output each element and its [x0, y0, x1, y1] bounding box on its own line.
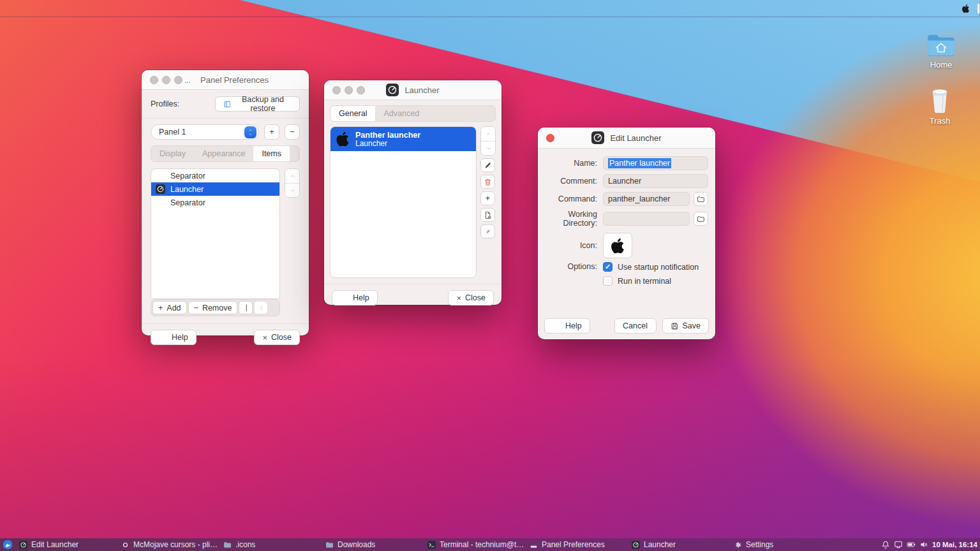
checkbox-unchecked[interactable]: [603, 276, 612, 286]
clock[interactable]: 10 Mai, 16:14: [932, 541, 977, 548]
taskbar-item-edit-launcher[interactable]: Edit Launcher: [17, 538, 119, 551]
help-button[interactable]: Help: [332, 290, 378, 305]
list-item-panther-launcher[interactable]: Panther launcher Launcher: [330, 127, 476, 151]
checkbox-checked[interactable]: ✓: [603, 262, 612, 272]
panel-items-list[interactable]: Separator Launcher Separator: [151, 168, 280, 299]
new-item-button[interactable]: [239, 301, 253, 314]
close-window-button[interactable]: [332, 86, 341, 94]
apple-icon: [611, 237, 625, 254]
taskbar-item-panel-preferences[interactable]: Panel Preferences: [527, 538, 629, 551]
remove-panel-button[interactable]: −: [285, 124, 300, 140]
edit-entry-button[interactable]: [480, 158, 495, 172]
page-gear-icon: [244, 304, 247, 312]
browse-command-button[interactable]: [694, 192, 708, 206]
help-button[interactable]: Help: [151, 330, 197, 345]
panel-preferences-tabs: Display Appearance Items: [151, 145, 300, 162]
command-field[interactable]: panther_launcher: [603, 192, 690, 206]
working-directory-field[interactable]: [603, 212, 690, 226]
battery-icon[interactable]: [907, 540, 916, 549]
tab-general[interactable]: General: [330, 106, 375, 121]
cancel-button[interactable]: Cancel: [614, 318, 657, 334]
tab-appearance[interactable]: Appearance: [194, 146, 253, 161]
tab-advanced[interactable]: Advanced: [375, 106, 427, 121]
open-browser-button[interactable]: [480, 224, 495, 239]
launcher-titlebar[interactable]: Launcher: [324, 80, 501, 100]
add-panel-button[interactable]: +: [264, 124, 279, 140]
taskbar-item-downloads[interactable]: Downloads: [323, 538, 425, 551]
new-entry-button[interactable]: [480, 208, 495, 222]
help-icon: [340, 293, 349, 302]
move-up-button[interactable]: [481, 127, 495, 141]
tab-items[interactable]: Items: [253, 146, 290, 161]
help-icon: [159, 333, 168, 342]
add-item-button[interactable]: +Add: [152, 301, 187, 314]
maximize-window-button[interactable]: [174, 76, 182, 84]
applications-menu-button[interactable]: [3, 540, 13, 550]
separator-icon: [156, 171, 165, 180]
move-down-button[interactable]: [285, 183, 299, 197]
add-entry-button[interactable]: +: [480, 191, 495, 205]
comment-field[interactable]: Launcher: [603, 174, 708, 188]
window-controls: [546, 134, 554, 142]
launcher-dial-icon: [386, 84, 399, 96]
taskbar-item-terminal[interactable]: Terminal - technium@techniu...: [425, 538, 527, 551]
close-button[interactable]: × Close: [254, 330, 300, 345]
delete-entry-button[interactable]: [480, 175, 495, 189]
minimize-window-button[interactable]: [162, 76, 170, 84]
volume-icon[interactable]: [919, 540, 928, 549]
remove-item-button[interactable]: −Remove: [188, 301, 238, 314]
workspace-icon[interactable]: [894, 540, 903, 549]
window-controls: [150, 76, 182, 84]
panel-select-spinner[interactable]: [244, 126, 256, 138]
edit-launcher-titlebar[interactable]: Edit Launcher: [538, 128, 715, 149]
launcher-items-list[interactable]: Panther launcher Launcher: [330, 126, 477, 278]
compass-icon: [484, 227, 493, 236]
close-window-button[interactable]: [150, 76, 158, 84]
panel-preferences-icon: [182, 73, 195, 86]
profiles-label: Profiles:: [151, 99, 179, 108]
edit-item-button[interactable]: [254, 301, 268, 314]
folder-icon: [325, 541, 334, 549]
move-up-button[interactable]: [285, 169, 299, 183]
folder-icon: [697, 215, 705, 223]
save-button[interactable]: Save: [662, 318, 709, 334]
minimize-window-button[interactable]: [345, 86, 353, 94]
panel-select[interactable]: Panel 1: [151, 124, 259, 140]
list-item-launcher[interactable]: Launcher: [151, 182, 279, 196]
launcher-toolbar: +: [480, 126, 496, 239]
taskbar-item-icons-folder[interactable]: .icons: [221, 538, 323, 551]
startup-notification-option[interactable]: ✓ Use startup notification: [603, 262, 699, 272]
close-button[interactable]: × Close: [448, 290, 494, 305]
window-controls: [332, 86, 365, 94]
window-title: Panel Preferences: [200, 75, 269, 85]
browse-directory-button[interactable]: [694, 212, 708, 226]
panel-preferences-titlebar[interactable]: Panel Preferences: [142, 70, 309, 90]
notifications-bell-icon[interactable]: [881, 540, 890, 549]
page-plus-icon: [484, 211, 492, 219]
desktop-icon-trash[interactable]: Trash: [912, 88, 967, 126]
help-button[interactable]: Help: [544, 318, 590, 334]
home-folder-icon: [926, 33, 956, 57]
backup-restore-button[interactable]: Backup and restore: [215, 96, 300, 112]
desktop-icon-label: Trash: [930, 116, 951, 126]
apple-menu-icon[interactable]: [961, 4, 970, 13]
taskbar-item-launcher[interactable]: Launcher: [629, 538, 731, 551]
maximize-window-button[interactable]: [357, 86, 365, 94]
move-down-button[interactable]: [481, 141, 495, 155]
icon-picker-button[interactable]: [603, 233, 632, 258]
taskbar-item-mcmojave[interactable]: McMojave cursors - pling.co...: [119, 538, 221, 551]
name-field[interactable]: Panther launcher: [603, 156, 708, 170]
menu-bar: [0, 0, 980, 17]
icon-label: Icon:: [542, 241, 603, 250]
list-item-separator[interactable]: Separator: [151, 196, 279, 209]
separator-icon: [156, 198, 165, 207]
taskbar-item-settings[interactable]: Settings: [731, 538, 833, 551]
folder-icon: [223, 541, 232, 549]
save-icon: [671, 322, 679, 330]
window-title: Edit Launcher: [610, 133, 661, 143]
list-item-separator[interactable]: Separator: [151, 169, 279, 182]
desktop-icon-home[interactable]: Home: [914, 33, 969, 70]
run-in-terminal-option[interactable]: Run in terminal: [603, 276, 699, 286]
tab-display[interactable]: Display: [151, 146, 194, 161]
close-window-button[interactable]: [546, 134, 554, 142]
